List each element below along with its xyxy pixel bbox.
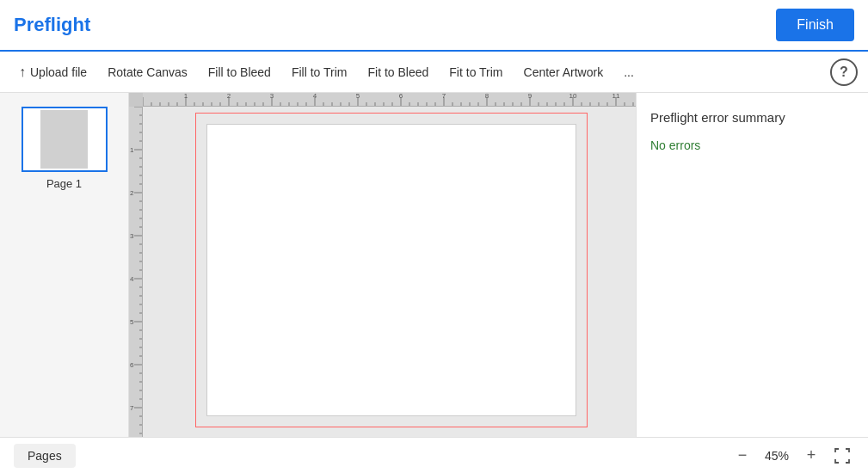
fit-to-trim-label: Fit to Trim xyxy=(449,65,502,79)
fill-to-bleed-button[interactable]: Fill to Bleed xyxy=(200,60,280,84)
document-canvas xyxy=(146,110,636,437)
svg-text:7: 7 xyxy=(442,93,446,100)
svg-text:4: 4 xyxy=(130,275,134,283)
no-errors-text: No errors xyxy=(650,138,854,152)
rotate-label: Rotate Canvas xyxy=(108,65,188,79)
fit-to-bleed-button[interactable]: Fit to Bleed xyxy=(359,60,437,84)
fill-to-bleed-label: Fill to Bleed xyxy=(208,65,271,79)
upload-file-button[interactable]: ↑ Upload file xyxy=(10,59,95,85)
center-artwork-label: Center Artwork xyxy=(524,65,604,79)
page-thumb-inner xyxy=(40,110,88,169)
svg-text:3: 3 xyxy=(130,232,134,240)
ruler-corner xyxy=(129,93,143,107)
svg-text:4: 4 xyxy=(313,93,317,100)
more-icon: ... xyxy=(624,65,634,79)
ruler-top: 1234567891011 xyxy=(143,93,636,107)
ruler-left: 1234567 xyxy=(129,107,143,437)
upload-label: Upload file xyxy=(30,65,87,79)
document-page xyxy=(206,124,576,416)
rotate-canvas-button[interactable]: Rotate Canvas xyxy=(99,60,196,84)
more-options-button[interactable]: ... xyxy=(615,60,643,84)
fit-to-bleed-label: Fit to Bleed xyxy=(367,65,428,79)
zoom-controls: − 45% + xyxy=(730,444,854,468)
fill-to-trim-button[interactable]: Fill to Trim xyxy=(283,60,356,84)
svg-text:8: 8 xyxy=(485,93,489,100)
svg-text:10: 10 xyxy=(569,93,577,100)
bleed-border xyxy=(195,113,588,427)
toolbar: ↑ Upload file Rotate Canvas Fill to Blee… xyxy=(0,52,868,93)
zoom-in-icon: + xyxy=(807,446,816,464)
page-thumbnail[interactable] xyxy=(22,107,108,172)
svg-text:11: 11 xyxy=(613,93,620,100)
main-content: Page 1 1234567891011 1234567 Preflight e… xyxy=(0,93,868,437)
svg-text:1: 1 xyxy=(184,93,188,100)
svg-text:6: 6 xyxy=(399,93,403,100)
zoom-in-button[interactable]: + xyxy=(799,444,823,468)
svg-text:2: 2 xyxy=(130,189,134,197)
app-title: Preflight xyxy=(14,14,90,36)
ruler-top-svg: 1234567891011 xyxy=(143,93,636,106)
zoom-out-icon: − xyxy=(738,446,748,464)
finish-button[interactable]: Finish xyxy=(776,9,854,41)
fullscreen-icon xyxy=(834,448,850,464)
svg-text:5: 5 xyxy=(356,93,360,100)
svg-text:7: 7 xyxy=(130,404,134,412)
center-artwork-button[interactable]: Center Artwork xyxy=(515,60,613,84)
page-thumbnail-container: Page 1 xyxy=(22,107,108,190)
svg-text:9: 9 xyxy=(528,93,532,100)
fit-to-trim-button[interactable]: Fit to Trim xyxy=(440,60,511,84)
sidebar: Page 1 xyxy=(0,93,129,437)
svg-text:6: 6 xyxy=(130,361,134,369)
ruler-left-svg: 1234567 xyxy=(129,107,143,437)
fill-to-trim-label: Fill to Trim xyxy=(292,65,348,79)
bottom-bar: Pages − 45% + xyxy=(0,437,868,473)
help-button[interactable]: ? xyxy=(830,58,858,86)
canvas-area[interactable]: 1234567891011 1234567 xyxy=(129,93,636,437)
svg-text:3: 3 xyxy=(270,93,274,100)
svg-text:1: 1 xyxy=(130,146,134,154)
page-label: Page 1 xyxy=(46,177,82,190)
zoom-out-button[interactable]: − xyxy=(730,444,754,468)
svg-text:5: 5 xyxy=(130,318,134,326)
svg-text:2: 2 xyxy=(227,93,231,100)
pages-button[interactable]: Pages xyxy=(14,444,76,468)
fullscreen-button[interactable] xyxy=(830,444,854,468)
zoom-level: 45% xyxy=(761,449,792,463)
right-panel: Preflight error summary No errors xyxy=(636,93,868,437)
upload-icon: ↑ xyxy=(19,64,26,80)
error-summary-title: Preflight error summary xyxy=(650,110,854,125)
header: Preflight Finish xyxy=(0,0,868,52)
